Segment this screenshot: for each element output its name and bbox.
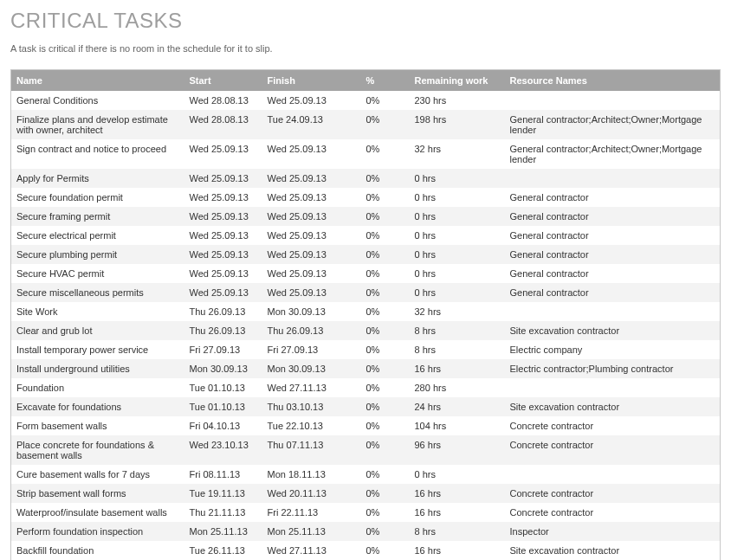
table-row: General ConditionsWed 28.08.13Wed 25.09.… bbox=[11, 91, 721, 110]
cell-start: Tue 26.11.13 bbox=[184, 541, 262, 560]
cell-remaining: 32 hrs bbox=[410, 139, 505, 169]
table-body: General ConditionsWed 28.08.13Wed 25.09.… bbox=[11, 91, 721, 560]
cell-finish: Tue 24.09.13 bbox=[262, 110, 340, 139]
cell-name: Place concrete for foundations & basemen… bbox=[11, 435, 184, 465]
cell-finish: Mon 18.11.13 bbox=[262, 465, 340, 484]
cell-start: Tue 01.10.13 bbox=[184, 397, 262, 416]
cell-name: Strip basement wall forms bbox=[11, 484, 184, 503]
cell-remaining: 16 hrs bbox=[410, 359, 505, 378]
cell-name: Site Work bbox=[11, 302, 184, 321]
cell-finish: Wed 25.09.13 bbox=[262, 283, 340, 302]
cell-name: Finalize plans and develop estimate with… bbox=[11, 110, 184, 139]
cell-pct: 0% bbox=[340, 435, 410, 465]
cell-pct: 0% bbox=[340, 264, 410, 283]
cell-start: Wed 25.09.13 bbox=[184, 188, 262, 207]
col-header-pct: % bbox=[340, 70, 410, 92]
cell-finish: Mon 30.09.13 bbox=[262, 359, 340, 378]
cell-remaining: 0 hrs bbox=[410, 169, 505, 188]
cell-finish: Wed 25.09.13 bbox=[262, 245, 340, 264]
cell-remaining: 16 hrs bbox=[410, 541, 505, 560]
cell-pct: 0% bbox=[340, 91, 410, 110]
cell-name: Secure plumbing permit bbox=[11, 245, 184, 264]
cell-finish: Fri 22.11.13 bbox=[262, 503, 340, 522]
cell-start: Fri 08.11.13 bbox=[184, 465, 262, 484]
cell-start: Wed 28.08.13 bbox=[184, 110, 262, 139]
cell-resources: Electric company bbox=[505, 340, 721, 359]
cell-remaining: 0 hrs bbox=[410, 188, 505, 207]
table-row: Cure basement walls for 7 daysFri 08.11.… bbox=[11, 465, 721, 484]
cell-finish: Thu 03.10.13 bbox=[262, 397, 340, 416]
cell-finish: Fri 27.09.13 bbox=[262, 340, 340, 359]
cell-finish: Thu 07.11.13 bbox=[262, 435, 340, 465]
table-row: Secure plumbing permitWed 25.09.13Wed 25… bbox=[11, 245, 721, 264]
cell-name: Perform foundation inspection bbox=[11, 522, 184, 541]
cell-finish: Thu 26.09.13 bbox=[262, 321, 340, 340]
col-header-name: Name bbox=[11, 70, 184, 92]
table-row: Secure miscellaneous permitsWed 25.09.13… bbox=[11, 283, 721, 302]
cell-finish: Wed 25.09.13 bbox=[262, 207, 340, 226]
cell-pct: 0% bbox=[340, 169, 410, 188]
cell-resources: General contractor bbox=[505, 245, 721, 264]
cell-name: Backfill foundation bbox=[11, 541, 184, 560]
cell-resources: Site excavation contractor bbox=[505, 321, 721, 340]
cell-resources bbox=[505, 465, 721, 484]
cell-pct: 0% bbox=[340, 541, 410, 560]
cell-start: Wed 25.09.13 bbox=[184, 169, 262, 188]
table-row: Sign contract and notice to proceedWed 2… bbox=[11, 139, 721, 169]
cell-start: Wed 25.09.13 bbox=[184, 245, 262, 264]
cell-name: General Conditions bbox=[11, 91, 184, 110]
cell-resources: General contractor bbox=[505, 188, 721, 207]
cell-finish: Tue 22.10.13 bbox=[262, 416, 340, 435]
cell-finish: Mon 25.11.13 bbox=[262, 522, 340, 541]
table-row: Excavate for foundationsTue 01.10.13Thu … bbox=[11, 397, 721, 416]
cell-start: Wed 25.09.13 bbox=[184, 264, 262, 283]
cell-remaining: 96 hrs bbox=[410, 435, 505, 465]
cell-pct: 0% bbox=[340, 207, 410, 226]
table-row: Secure framing permitWed 25.09.13Wed 25.… bbox=[11, 207, 721, 226]
cell-remaining: 0 hrs bbox=[410, 283, 505, 302]
cell-finish: Wed 20.11.13 bbox=[262, 484, 340, 503]
cell-name: Secure electrical permit bbox=[11, 226, 184, 245]
cell-finish: Wed 25.09.13 bbox=[262, 226, 340, 245]
cell-name: Form basement walls bbox=[11, 416, 184, 435]
cell-remaining: 0 hrs bbox=[410, 465, 505, 484]
cell-resources: General contractor bbox=[505, 207, 721, 226]
cell-remaining: 8 hrs bbox=[410, 321, 505, 340]
cell-pct: 0% bbox=[340, 397, 410, 416]
cell-resources: Electric contractor;Plumbing contractor bbox=[505, 359, 721, 378]
cell-pct: 0% bbox=[340, 321, 410, 340]
cell-pct: 0% bbox=[340, 522, 410, 541]
cell-resources bbox=[505, 378, 721, 397]
cell-start: Fri 04.10.13 bbox=[184, 416, 262, 435]
table-row: Form basement wallsFri 04.10.13Tue 22.10… bbox=[11, 416, 721, 435]
cell-pct: 0% bbox=[340, 484, 410, 503]
cell-start: Wed 25.09.13 bbox=[184, 226, 262, 245]
table-row: Perform foundation inspectionMon 25.11.1… bbox=[11, 522, 721, 541]
table-row: Backfill foundationTue 26.11.13Wed 27.11… bbox=[11, 541, 721, 560]
cell-remaining: 230 hrs bbox=[410, 91, 505, 110]
table-row: Install underground utilitiesMon 30.09.1… bbox=[11, 359, 721, 378]
table-row: Apply for PermitsWed 25.09.13Wed 25.09.1… bbox=[11, 169, 721, 188]
cell-start: Wed 25.09.13 bbox=[184, 139, 262, 169]
cell-start: Wed 25.09.13 bbox=[184, 283, 262, 302]
cell-start: Fri 27.09.13 bbox=[184, 340, 262, 359]
cell-pct: 0% bbox=[340, 245, 410, 264]
cell-remaining: 280 hrs bbox=[410, 378, 505, 397]
page-subtitle: A task is critical if there is no room i… bbox=[10, 43, 721, 54]
cell-pct: 0% bbox=[340, 283, 410, 302]
cell-start: Wed 23.10.13 bbox=[184, 435, 262, 465]
cell-pct: 0% bbox=[340, 503, 410, 522]
cell-resources: General contractor bbox=[505, 264, 721, 283]
cell-resources: General contractor bbox=[505, 283, 721, 302]
table-row: Secure electrical permitWed 25.09.13Wed … bbox=[11, 226, 721, 245]
cell-remaining: 104 hrs bbox=[410, 416, 505, 435]
cell-finish: Wed 25.09.13 bbox=[262, 91, 340, 110]
cell-remaining: 0 hrs bbox=[410, 245, 505, 264]
cell-pct: 0% bbox=[340, 110, 410, 139]
cell-name: Clear and grub lot bbox=[11, 321, 184, 340]
cell-finish: Wed 27.11.13 bbox=[262, 541, 340, 560]
cell-name: Foundation bbox=[11, 378, 184, 397]
cell-finish: Wed 25.09.13 bbox=[262, 169, 340, 188]
col-header-resources: Resource Names bbox=[505, 70, 721, 92]
table-row: Site WorkThu 26.09.13Mon 30.09.130%32 hr… bbox=[11, 302, 721, 321]
